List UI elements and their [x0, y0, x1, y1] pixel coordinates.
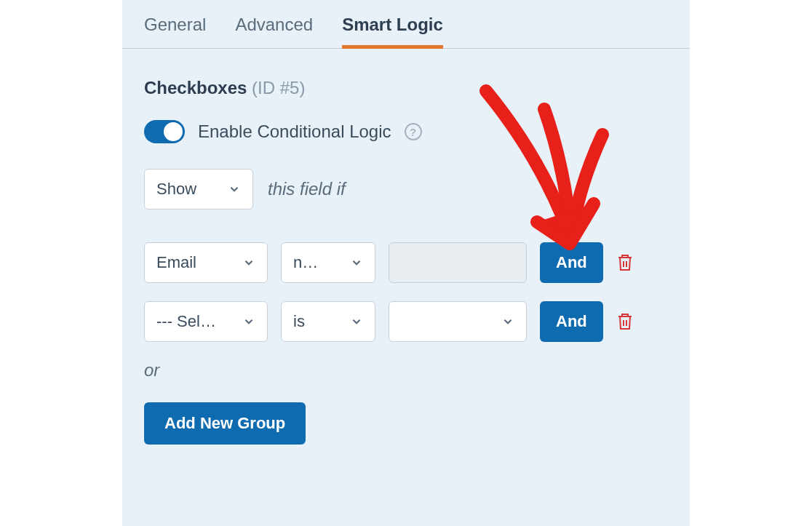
smart-logic-content: Checkboxes (ID #5) Enable Conditional Lo… [122, 49, 690, 445]
rule-field-select[interactable]: --- Sel… [144, 301, 268, 342]
help-icon[interactable]: ? [405, 123, 422, 140]
chevron-down-icon [350, 256, 363, 269]
field-settings-panel: General Advanced Smart Logic Checkboxes … [122, 0, 690, 526]
chevron-down-icon [350, 315, 363, 328]
and-button[interactable]: And [540, 301, 603, 342]
rule-operator-select[interactable]: n… [281, 242, 375, 283]
action-row: Show this field if [144, 169, 668, 210]
action-select[interactable]: Show [144, 169, 253, 210]
rule-field-select[interactable]: Email [144, 242, 268, 283]
toggle-knob [164, 122, 183, 141]
enable-logic-label: Enable Conditional Logic [198, 121, 391, 142]
rule-value-input[interactable] [389, 242, 527, 283]
rule-operator-value: n… [293, 253, 318, 272]
tab-smart-logic[interactable]: Smart Logic [342, 15, 443, 48]
rule-operator-value: is [293, 312, 305, 331]
field-title: Checkboxes (ID #5) [144, 78, 668, 98]
action-select-value: Show [156, 180, 196, 199]
rule-row: --- Sel… is And [144, 301, 668, 342]
enable-logic-toggle[interactable] [144, 120, 185, 143]
tab-advanced[interactable]: Advanced [235, 15, 313, 48]
rule-field-value: --- Sel… [156, 312, 216, 331]
tab-general[interactable]: General [144, 15, 206, 48]
trash-icon[interactable] [616, 312, 634, 331]
trash-icon[interactable] [616, 253, 634, 272]
rule-row: Email n… And [144, 242, 668, 283]
chevron-down-icon [501, 315, 514, 328]
settings-tabs: General Advanced Smart Logic [122, 0, 690, 49]
add-new-group-button[interactable]: Add New Group [144, 402, 306, 445]
field-id: (ID #5) [252, 78, 305, 97]
or-separator: or [144, 360, 668, 380]
and-button[interactable]: And [540, 242, 603, 283]
field-name: Checkboxes [144, 78, 247, 97]
chevron-down-icon [242, 315, 255, 328]
rule-value-select[interactable] [389, 301, 527, 342]
rule-field-value: Email [156, 253, 196, 272]
action-suffix: this field if [268, 179, 346, 199]
enable-logic-row: Enable Conditional Logic ? [144, 120, 668, 143]
rule-operator-select[interactable]: is [281, 301, 375, 342]
chevron-down-icon [228, 183, 241, 196]
chevron-down-icon [242, 256, 255, 269]
